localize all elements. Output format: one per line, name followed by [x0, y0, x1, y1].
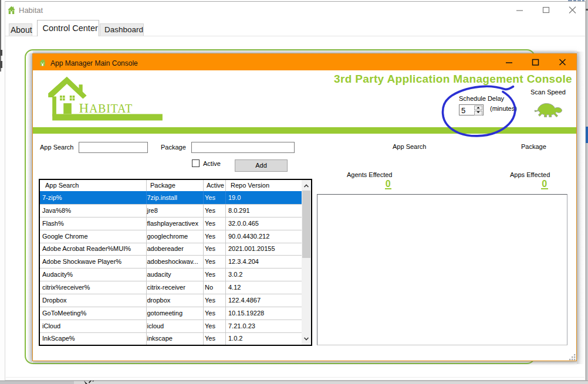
svg-text:HABITAT: HABITAT [79, 101, 133, 115]
